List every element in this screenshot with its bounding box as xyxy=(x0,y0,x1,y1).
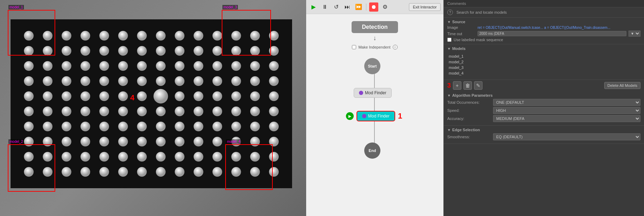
svg-point-40 xyxy=(231,61,241,71)
svg-point-41 xyxy=(250,61,260,71)
end-node: End xyxy=(364,142,380,159)
add-button[interactable]: + xyxy=(453,81,461,90)
svg-point-21 xyxy=(137,46,147,56)
svg-point-130 xyxy=(81,167,90,177)
model-item-4[interactable]: model_4 xyxy=(447,70,640,76)
refresh-button[interactable]: ↺ xyxy=(332,2,341,12)
svg-point-104 xyxy=(118,137,128,147)
svg-point-51 xyxy=(175,76,185,86)
svg-point-133 xyxy=(137,167,147,177)
svg-point-67 xyxy=(213,91,222,101)
make-independent-checkbox[interactable] xyxy=(352,45,356,49)
source-toggle[interactable]: ▼ xyxy=(447,20,451,24)
search-row: ? Search for and locate models xyxy=(444,7,644,18)
use-mask-label: Use labelled mask sequence xyxy=(454,38,503,42)
svg-point-85 xyxy=(24,122,34,132)
help-icon[interactable]: ? xyxy=(447,9,453,15)
svg-point-62 xyxy=(118,91,128,101)
timeout-label: Time out xyxy=(447,32,475,36)
mod-finder-active-node[interactable]: ▶ Mod Finder 1 xyxy=(346,111,402,121)
edge-toggle[interactable]: ▼ xyxy=(447,128,451,132)
svg-point-58 xyxy=(43,91,53,101)
speed-select[interactable]: HIGH xyxy=(493,107,640,114)
image-row: Image ret = OBJECT((Out/Manual.switch.tc… xyxy=(447,25,640,30)
svg-point-108 xyxy=(194,137,203,147)
use-mask-checkbox[interactable] xyxy=(447,38,452,42)
model-item-3[interactable]: model_3 xyxy=(447,65,640,70)
svg-point-121 xyxy=(175,152,185,162)
svg-point-53 xyxy=(213,76,222,86)
settings-button[interactable]: ⚙ xyxy=(380,2,390,12)
svg-point-48 xyxy=(118,76,128,86)
source-title: Source xyxy=(452,20,465,24)
toolbar-separator-1 xyxy=(366,4,366,11)
mod-icon-1 xyxy=(359,91,363,95)
svg-point-8 xyxy=(156,31,166,41)
svg-point-132 xyxy=(118,167,128,177)
use-mask-row: Use labelled mask sequence xyxy=(447,38,640,42)
search-label: Search for and locate models xyxy=(456,10,507,14)
svg-point-56 xyxy=(269,76,279,86)
models-toggle[interactable]: ▼ xyxy=(447,47,451,51)
svg-point-120 xyxy=(156,152,166,162)
svg-point-71 xyxy=(24,107,34,116)
svg-point-46 xyxy=(81,76,90,86)
algo-toggle[interactable]: ▼ xyxy=(447,94,451,97)
flow-panel: ▶ ⏸ ↺ ⏭ ⏩ ⏺ ⚙ Exit Interactor Detection … xyxy=(306,0,443,216)
svg-point-109 xyxy=(213,137,222,147)
models-title: Models xyxy=(452,46,466,51)
svg-point-123 xyxy=(213,152,222,162)
svg-point-72 xyxy=(43,107,53,116)
svg-point-64 xyxy=(153,89,168,103)
svg-point-89 xyxy=(99,122,109,132)
svg-point-9 xyxy=(175,31,185,41)
record-button[interactable]: ⏺ xyxy=(369,2,378,12)
svg-point-29 xyxy=(24,61,34,71)
flow-diagram: Start Mod Finder ▶ Mod Finder xyxy=(322,55,428,167)
svg-point-73 xyxy=(62,107,71,116)
accuracy-select[interactable]: MEDIUM (DEFA xyxy=(493,115,640,122)
play-button[interactable]: ▶ xyxy=(309,2,318,12)
total-occ-select[interactable]: ONE (DEFAULT xyxy=(493,99,640,106)
svg-point-32 xyxy=(81,61,90,71)
model-item-1[interactable]: model_1 xyxy=(447,53,640,59)
svg-point-74 xyxy=(81,107,90,116)
model-item-2[interactable]: model_2 xyxy=(447,59,640,65)
detection-label-4: model_4 xyxy=(226,139,241,144)
svg-point-35 xyxy=(137,61,147,71)
detection-node: Detection xyxy=(352,21,398,33)
svg-point-10 xyxy=(194,31,203,41)
edge-title: Edge Selection xyxy=(452,128,480,132)
smoothness-row: Smoothness: EQ (DEFAULT) xyxy=(447,133,640,140)
pause-button[interactable]: ⏸ xyxy=(320,2,329,12)
svg-point-134 xyxy=(156,167,166,177)
svg-point-49 xyxy=(137,76,147,86)
svg-point-31 xyxy=(62,61,71,71)
svg-point-90 xyxy=(118,122,128,132)
image-value[interactable]: ret = OBJECT((Out/Manual.switch.tcase...… xyxy=(478,26,640,30)
svg-point-119 xyxy=(137,152,147,162)
svg-point-69 xyxy=(250,91,260,101)
info-icon[interactable]: i xyxy=(393,45,398,50)
svg-point-70 xyxy=(269,91,279,101)
svg-point-23 xyxy=(175,46,185,56)
timeout-value[interactable]: 2000 ms (DEFA xyxy=(478,31,626,36)
exit-interactor-button[interactable]: Exit Interactor xyxy=(409,3,441,11)
mod-finder-node[interactable]: Mod Finder xyxy=(354,88,392,98)
timeout-dropdown[interactable]: ▼ xyxy=(629,31,640,37)
svg-point-129 xyxy=(62,167,71,177)
svg-point-37 xyxy=(175,61,185,71)
svg-point-117 xyxy=(99,152,109,162)
edit-button[interactable]: ✎ xyxy=(474,81,482,90)
svg-point-54 xyxy=(231,76,241,86)
smoothness-select[interactable]: EQ (DEFAULT) xyxy=(493,133,640,140)
svg-point-33 xyxy=(99,61,109,71)
delete-all-button[interactable]: Delete All Models xyxy=(604,82,640,89)
skip-next-button[interactable]: ⏭ xyxy=(343,2,352,12)
detection-box-4: model_4 xyxy=(225,144,273,190)
svg-point-39 xyxy=(213,61,222,71)
fast-forward-button[interactable]: ⏩ xyxy=(354,2,363,12)
edge-section: ▼ Edge Selection Smoothness: EQ (DEFAULT… xyxy=(444,126,644,144)
delete-button[interactable]: 🗑 xyxy=(463,81,472,90)
svg-point-107 xyxy=(175,137,185,147)
